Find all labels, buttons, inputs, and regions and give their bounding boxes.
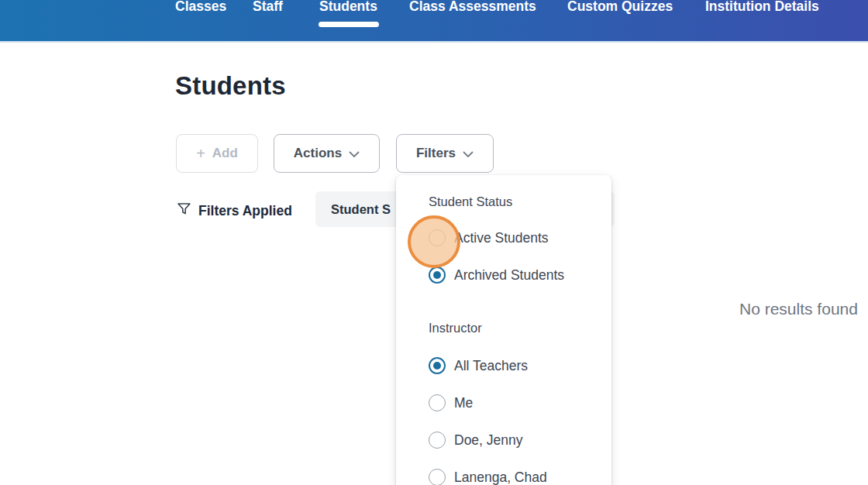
radio-option-label: Archived Students [454, 266, 564, 284]
plus-icon: + [196, 146, 205, 160]
radio-selected-icon[interactable] [429, 267, 446, 284]
filter-chip-label: Student S [331, 202, 391, 217]
chevron-down-icon [349, 146, 360, 162]
chevron-down-icon [463, 146, 474, 162]
group-heading-instructor: Instructor [429, 320, 482, 335]
nav-item-custom-quizzes[interactable]: Custom Quizzes [567, 0, 673, 14]
radio-option-me[interactable]: Me [429, 394, 473, 412]
no-results-message: No results found [739, 300, 858, 318]
page-title: Students [175, 71, 286, 101]
radio-option-label: Lanenga, Chad [454, 468, 547, 485]
top-nav-bar: Classes Staff Students Class Assessments… [0, 0, 868, 43]
add-button-label: Add [212, 146, 238, 161]
radio-option-label: Active Students [454, 229, 549, 247]
radio-option-doe-jenny[interactable]: Doe, Jenny [429, 431, 523, 449]
filters-dropdown-panel: Student Status Active Students Archived … [396, 175, 611, 485]
group-heading-student-status: Student Status [429, 194, 512, 209]
filters-button-label: Filters [416, 146, 456, 161]
radio-option-lanenga-chad[interactable]: Lanenga, Chad [429, 468, 547, 485]
nav-item-students[interactable]: Students [319, 0, 377, 14]
radio-option-active-students[interactable]: Active Students [429, 229, 549, 247]
nav-item-institution-details[interactable]: Institution Details [705, 0, 819, 14]
radio-unselected-icon[interactable] [429, 229, 446, 246]
actions-button[interactable]: Actions [274, 134, 380, 173]
funnel-icon [176, 201, 192, 221]
radio-option-all-teachers[interactable]: All Teachers [429, 356, 528, 375]
filters-applied-indicator: Filters Applied [176, 201, 292, 221]
actions-button-label: Actions [294, 146, 342, 161]
radio-unselected-icon[interactable] [429, 432, 446, 449]
filters-button[interactable]: Filters [396, 134, 494, 173]
nav-item-class-assessments[interactable]: Class Assessments [409, 0, 536, 14]
radio-unselected-icon[interactable] [429, 394, 446, 411]
filters-applied-label: Filters Applied [198, 203, 292, 219]
radio-unselected-icon[interactable] [429, 469, 446, 485]
radio-option-label: All Teachers [454, 356, 528, 375]
radio-option-archived-students[interactable]: Archived Students [429, 266, 564, 284]
radio-selected-icon[interactable] [429, 357, 446, 374]
radio-option-label: Me [454, 394, 473, 412]
students-page: Classes Staff Students Class Assessments… [0, 0, 868, 485]
nav-item-classes[interactable]: Classes [175, 0, 226, 14]
radio-option-label: Doe, Jenny [454, 431, 523, 449]
active-tab-underline [319, 22, 379, 27]
nav-item-staff[interactable]: Staff [253, 0, 283, 14]
add-button[interactable]: + Add [176, 134, 258, 173]
